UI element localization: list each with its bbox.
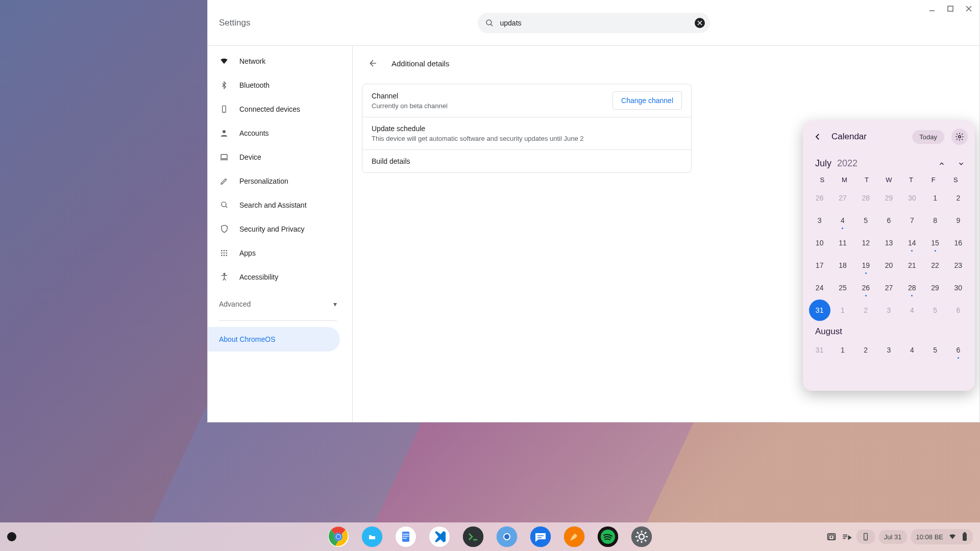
sidebar-item-device[interactable]: Device xyxy=(208,145,340,169)
calendar-dow: S xyxy=(811,176,834,184)
calendar-day[interactable]: 9 xyxy=(947,209,970,232)
shelf-app-spotify[interactable] xyxy=(598,527,618,547)
calendar-day[interactable]: 19 xyxy=(854,254,877,277)
shelf-date: Jul 31 xyxy=(884,533,902,541)
calendar-day[interactable]: 21 xyxy=(900,254,923,277)
row-title: Channel xyxy=(372,92,448,100)
calendar-day[interactable]: 14 xyxy=(900,232,923,254)
calendar-day[interactable]: 10 xyxy=(808,232,831,254)
sidebar-item-bluetooth[interactable]: Bluetooth xyxy=(208,73,340,97)
change-channel-button[interactable]: Change channel xyxy=(612,91,682,110)
calendar-day[interactable]: 3 xyxy=(808,209,831,232)
shelf-app-settings[interactable] xyxy=(631,527,652,547)
shelf-app-terminal[interactable] xyxy=(463,527,483,547)
sidebar-item-accounts[interactable]: Accounts xyxy=(208,121,340,145)
calendar-day[interactable]: 3 xyxy=(877,299,900,321)
calendar-day[interactable]: 5 xyxy=(854,209,877,232)
shelf-app-vscode[interactable] xyxy=(429,527,450,547)
calendar-day[interactable]: 8 xyxy=(923,209,946,232)
calendar-day[interactable]: 30 xyxy=(947,277,970,299)
sidebar-item-search-assistant[interactable]: Search and Assistant xyxy=(208,193,340,217)
calendar-day[interactable]: 11 xyxy=(831,232,854,254)
phone-hub-button[interactable] xyxy=(856,530,875,544)
row-build-details[interactable]: Build details xyxy=(362,150,691,172)
search-clear-button[interactable] xyxy=(695,18,705,28)
calendar-day[interactable]: 27 xyxy=(831,187,854,209)
calendar-day[interactable]: 7 xyxy=(900,209,923,232)
calendar-day[interactable]: 31 xyxy=(808,299,831,321)
sidebar-item-label: Accounts xyxy=(239,129,269,137)
calendar-day[interactable]: 18 xyxy=(831,254,854,277)
calendar-day[interactable]: 1 xyxy=(831,299,854,321)
shelf-app-app-orange[interactable] xyxy=(564,527,584,547)
calendar-day[interactable]: 26 xyxy=(854,277,877,299)
row-subtitle: Currently on beta channel xyxy=(372,102,448,110)
calendar-day[interactable]: 2 xyxy=(854,339,877,361)
calendar-day[interactable]: 24 xyxy=(808,277,831,299)
calendar-day[interactable]: 25 xyxy=(831,277,854,299)
calendar-day[interactable]: 1 xyxy=(831,339,854,361)
status-tray[interactable]: 10:08 BE xyxy=(911,529,973,544)
calendar-day[interactable]: 29 xyxy=(923,277,946,299)
calendar-day[interactable]: 29 xyxy=(877,187,900,209)
calendar-day[interactable]: 4 xyxy=(831,209,854,232)
calendar-day[interactable]: 2 xyxy=(947,187,970,209)
calendar-today-button[interactable]: Today xyxy=(912,130,944,144)
window-minimize-button[interactable] xyxy=(926,3,938,14)
calendar-day[interactable]: 27 xyxy=(877,277,900,299)
calendar-day[interactable]: 26 xyxy=(808,187,831,209)
calendar-day[interactable]: 28 xyxy=(854,187,877,209)
tote-tray-icon[interactable] xyxy=(826,531,837,542)
sidebar-item-accessibility[interactable]: Accessibility xyxy=(208,265,340,289)
calendar-day[interactable]: 20 xyxy=(877,254,900,277)
window-close-button[interactable] xyxy=(963,3,974,14)
window-maximize-button[interactable] xyxy=(945,3,956,14)
sidebar-item-security[interactable]: Security and Privacy xyxy=(208,217,340,241)
search-input[interactable] xyxy=(500,19,689,27)
calendar-back-button[interactable] xyxy=(810,129,825,144)
calendar-settings-button[interactable] xyxy=(951,129,968,145)
calendar-day[interactable]: 12 xyxy=(854,232,877,254)
calendar-day[interactable]: 23 xyxy=(947,254,970,277)
calendar-next-month-button[interactable] xyxy=(958,160,965,167)
calendar-day[interactable]: 2 xyxy=(854,299,877,321)
calendar-day[interactable]: 4 xyxy=(900,339,923,361)
sidebar-item-apps[interactable]: Apps xyxy=(208,241,340,265)
phone-icon xyxy=(219,104,229,114)
search-bar[interactable] xyxy=(478,13,710,33)
calendar-day[interactable]: 31 xyxy=(808,339,831,361)
back-button[interactable] xyxy=(366,56,380,70)
shelf-app-messages[interactable] xyxy=(530,527,551,547)
sidebar-item-connected-devices[interactable]: Connected devices xyxy=(208,97,340,121)
calendar-day[interactable]: 6 xyxy=(947,299,970,321)
calendar-day[interactable]: 1 xyxy=(923,187,946,209)
launcher-button[interactable] xyxy=(7,532,16,541)
calendar-day[interactable]: 6 xyxy=(877,209,900,232)
sidebar-about-chromeos[interactable]: About ChromeOS xyxy=(208,327,340,352)
calendar-day[interactable]: 4 xyxy=(900,299,923,321)
calendar-day[interactable]: 13 xyxy=(877,232,900,254)
calendar-day[interactable]: 28 xyxy=(900,277,923,299)
shelf-app-chromium[interactable] xyxy=(497,527,517,547)
shelf-date-pill[interactable]: Jul 31 xyxy=(879,530,907,544)
wifi-icon xyxy=(219,56,229,66)
shelf-app-docs[interactable] xyxy=(396,527,416,547)
calendar-day[interactable]: 5 xyxy=(923,299,946,321)
shelf-app-files[interactable] xyxy=(362,527,382,547)
shelf-app-chrome[interactable] xyxy=(328,527,349,547)
calendar-month: July xyxy=(815,158,831,168)
sidebar-advanced-toggle[interactable]: Advanced ▾ xyxy=(208,294,352,314)
media-controls-icon[interactable] xyxy=(841,531,852,542)
calendar-day[interactable]: 5 xyxy=(923,339,946,361)
calendar-day[interactable]: 30 xyxy=(900,187,923,209)
calendar-day[interactable]: 15 xyxy=(923,232,946,254)
sidebar-item-personalization[interactable]: Personalization xyxy=(208,169,340,193)
sidebar-item-network[interactable]: Network xyxy=(208,49,340,73)
calendar-day[interactable]: 17 xyxy=(808,254,831,277)
caret-down-icon: ▾ xyxy=(333,300,337,308)
calendar-day[interactable]: 16 xyxy=(947,232,970,254)
calendar-day[interactable]: 22 xyxy=(923,254,946,277)
calendar-prev-month-button[interactable] xyxy=(938,160,945,167)
calendar-day[interactable]: 6 xyxy=(947,339,970,361)
calendar-day[interactable]: 3 xyxy=(877,339,900,361)
